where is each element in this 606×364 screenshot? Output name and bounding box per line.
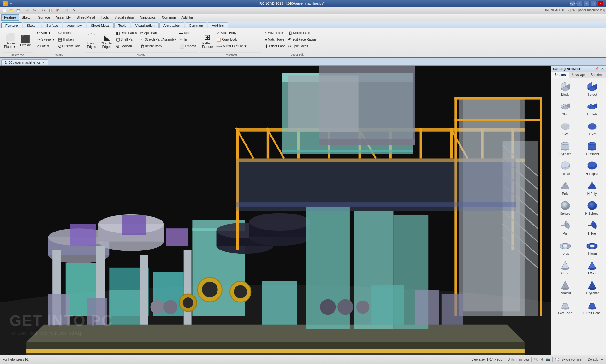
ribbon-tab-addins[interactable]: Add-Ins	[208, 22, 228, 28]
blend-edges-button[interactable]: ⌒ BlendEdges	[85, 30, 98, 52]
catalog-item-pyramid[interactable]: Pyramid	[552, 278, 578, 296]
emboss-button[interactable]: ⬜ Emboss	[178, 43, 198, 49]
menu-feature[interactable]: Feature	[1, 14, 19, 21]
ribbon-tab-common[interactable]: Common	[185, 22, 207, 28]
catalog-item-h-slot[interactable]: H Slot	[579, 119, 605, 138]
match-face-button[interactable]: ≡ Match Face	[264, 36, 287, 43]
menu-sketch[interactable]: Sketch	[19, 14, 35, 21]
catalog-item-block[interactable]: Block	[552, 79, 578, 98]
catalog-item-poly[interactable]: Poly	[552, 179, 578, 197]
catalog-item-h-block[interactable]: H Block	[579, 79, 605, 98]
ribbon-tab-surface[interactable]: Surface	[42, 22, 62, 28]
menu-sheetmetal[interactable]: Sheet Metal	[74, 14, 98, 21]
menu-addins[interactable]: Add-Ins	[179, 14, 196, 21]
catalog-item-cone[interactable]: Cone	[552, 258, 578, 277]
catalog-item-h-slab[interactable]: H Slab	[579, 99, 605, 118]
catalog-item-h-part-cone[interactable]: H Part Cone	[579, 298, 605, 316]
style-dropdown-arrow[interactable]: ▼	[600, 358, 603, 361]
datum-plane-button[interactable]: ⬜ DatumPlane ▼	[3, 30, 18, 52]
boolean-button[interactable]: ⊕ Boolean	[115, 43, 138, 49]
ribbon-tab-sheetmetal[interactable]: Sheet Metal	[87, 22, 114, 28]
catalog-item-h-cylinder[interactable]: H Cylinder	[579, 139, 605, 157]
thread-button[interactable]: ⚙ Thread	[57, 30, 82, 36]
draft-faces-button[interactable]: ◧ Draft Faces	[115, 30, 138, 36]
catalog-item-h-pyramid[interactable]: H Pyramid	[579, 278, 605, 296]
offset-face-button[interactable]: ↟ Offset Face	[264, 43, 287, 49]
qa-zoom[interactable]: 🔍	[63, 8, 70, 13]
custom-hole-button[interactable]: ⊙ Custom Hole	[57, 43, 82, 49]
qa-save[interactable]: 💾	[15, 8, 21, 13]
catalog-item-h-poly[interactable]: H Poly	[579, 179, 605, 197]
maximize-button[interactable]: □	[591, 1, 597, 6]
sweep-button[interactable]: 〰 Sweep ▼	[35, 36, 56, 43]
catalog-item-h-cone[interactable]: H Cone	[579, 258, 605, 277]
catalog-tab-advshaps[interactable]: Advshaps	[569, 72, 588, 78]
catalog-header: Catalog Browser 📌 ✕	[551, 66, 606, 72]
viewport[interactable]: X Y Z GET INTO PC For Download Free Your…	[0, 66, 551, 355]
ribbon-tab-feature[interactable]: Feature	[1, 22, 22, 28]
rib-button[interactable]: ▬ Rib	[178, 30, 198, 36]
shell-part-button[interactable]: ▢ Shell Part	[115, 36, 138, 43]
extrude-button[interactable]: ⬛ Extrude	[18, 30, 32, 52]
ribbon-tab-assembly[interactable]: Assembly	[63, 22, 86, 28]
close-button[interactable]: ✕	[598, 1, 603, 6]
catalog-item-torus[interactable]: Torus	[552, 238, 578, 257]
catalog-tab-sheetmtl[interactable]: Sheetmtl	[588, 72, 606, 78]
split-faces-button[interactable]: ✂ Split Faces	[287, 43, 318, 49]
ribbon-tab-annotation[interactable]: Annotation	[159, 22, 184, 28]
copy-body-button[interactable]: 📋 Copy Body	[215, 36, 248, 43]
qa-redo[interactable]: ↪	[31, 8, 38, 13]
catalog-item-h-pie[interactable]: H Pie	[579, 218, 605, 237]
qa-copy[interactable]: 📋	[47, 8, 54, 13]
qa-settings[interactable]: ⚙	[70, 8, 77, 13]
thicken-button[interactable]: ▤ Thicken	[57, 36, 82, 43]
edit-face-radius-button[interactable]: ↶ Edit Face Radius	[287, 36, 318, 43]
catalog-item-slot[interactable]: Slot	[552, 119, 578, 138]
ribbon-tab-sketch[interactable]: Sketch	[23, 22, 42, 28]
catalog-pin-icon[interactable]: 📌	[595, 67, 599, 71]
catalog-item-part-cone[interactable]: Part Cone	[552, 298, 578, 316]
catalog-item-pie[interactable]: Pie	[552, 218, 578, 237]
title-bar-controls[interactable]: Styles ? − □ ✕	[570, 1, 603, 6]
menu-visualization[interactable]: Visualization	[112, 14, 137, 21]
qa-open[interactable]: 📂	[8, 8, 15, 13]
delete-face-button[interactable]: 🗑 Delete Face	[287, 30, 318, 36]
catalog-item-h-sphere[interactable]: H Sphere	[579, 198, 605, 217]
menu-annotation[interactable]: Annotation	[137, 14, 159, 21]
stretch-button[interactable]: ↔ Stretch Part/Assembly	[139, 36, 177, 43]
catalog-close-icon[interactable]: ✕	[601, 67, 604, 71]
styles-dropdown[interactable]: Styles	[570, 1, 576, 6]
delete-body-button[interactable]: 🗑 Delete Body	[139, 43, 177, 49]
catalog-item-cylinder[interactable]: Cylinder	[552, 139, 578, 157]
qa-new[interactable]: 📄	[1, 8, 8, 13]
qa-undo[interactable]: ↩	[24, 8, 31, 13]
pattern-feature-button[interactable]: ⊞ PatternFeature	[200, 30, 214, 52]
scale-body-button[interactable]: ⤢ Scale Body	[215, 30, 248, 36]
spin-button[interactable]: ↻ Spin ▼	[35, 30, 56, 36]
move-face-button[interactable]: ↕ Move Face	[264, 30, 287, 36]
menu-surface[interactable]: Surface	[35, 14, 53, 21]
mirror-feature-button[interactable]: ⟺ Mirror Feature ▼	[215, 43, 248, 49]
split-part-button[interactable]: ✂ Split Part	[139, 30, 177, 36]
qa-paste[interactable]: 📌	[54, 8, 61, 13]
document-tab[interactable]: 2400paper machine.ics ✕	[1, 59, 48, 65]
trim-button[interactable]: ✂ Trim	[178, 36, 198, 43]
ribbon-tab-visualization[interactable]: Visualization	[131, 22, 159, 28]
chamfer-edges-button[interactable]: ◣ ChamferEdges	[99, 30, 114, 52]
minimize-button[interactable]: −	[584, 1, 590, 6]
document-tab-close[interactable]: ✕	[42, 61, 45, 64]
ribbon-tab-tools[interactable]: Tools	[114, 22, 131, 28]
menu-assembly[interactable]: Assembly	[53, 14, 74, 21]
loft-button[interactable]: △ Loft ▼	[35, 43, 56, 49]
catalog-item-h-torus[interactable]: H Torus	[579, 238, 605, 257]
style-dropdown[interactable]: Default	[588, 358, 598, 361]
catalog-item-sphere[interactable]: Sphere	[552, 198, 578, 217]
catalog-item-h-ellipse[interactable]: H Ellipse	[579, 159, 605, 177]
catalog-item-slab[interactable]: Slab	[552, 99, 578, 118]
menu-common[interactable]: Common	[159, 14, 179, 21]
help-button[interactable]: ?	[577, 1, 583, 6]
menu-tools[interactable]: Tools	[98, 14, 112, 21]
catalog-item-ellipse[interactable]: Ellipse	[552, 159, 578, 177]
catalog-tab-shapes[interactable]: Shapes	[551, 72, 569, 78]
qa-cut[interactable]: ✂	[40, 8, 47, 13]
